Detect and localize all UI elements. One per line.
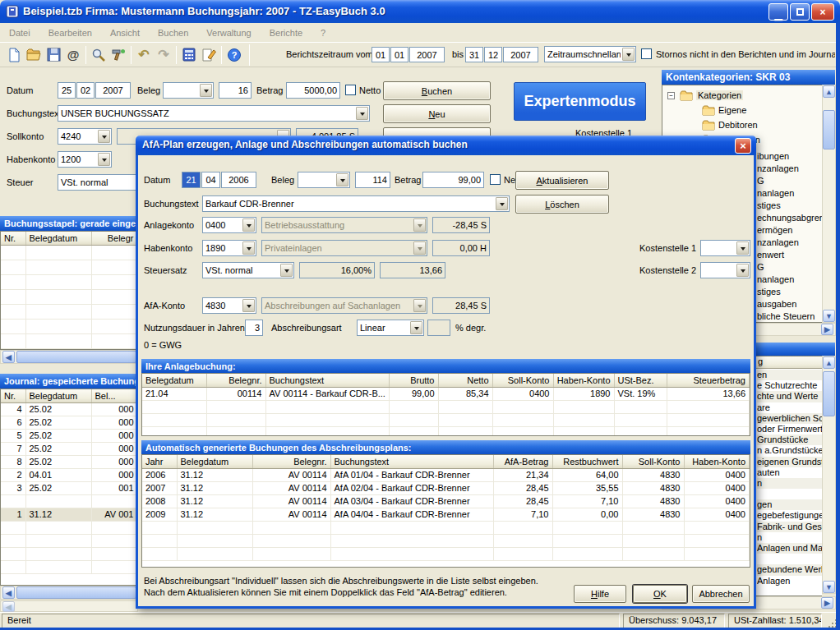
journal-table[interactable]: Nr. Belegdatum Bel... 425.02000625.02000… [1, 389, 138, 574]
table-row[interactable]: 825.02000 [1, 455, 137, 468]
table-row[interactable]: 725.02000 [1, 442, 137, 455]
panel2-vscrollbar[interactable]: ▲ ▼ [822, 356, 836, 594]
abschreibungsart-select[interactable]: Linear [357, 320, 424, 336]
col-brutto[interactable]: Brutto [389, 374, 438, 387]
buchungstext-select[interactable]: UNSER BUCHUNGSSATZ [58, 105, 370, 122]
chevron-down-icon[interactable] [242, 218, 255, 232]
col-steuerbetrag[interactable]: Steuerbetrag [667, 374, 750, 387]
chevron-down-icon[interactable] [410, 321, 422, 334]
chevron-down-icon[interactable] [622, 48, 635, 61]
chevron-down-icon[interactable] [98, 130, 110, 143]
table-row[interactable]: 200731.12AV 00114AfA 02/04 - Barkauf CDR… [142, 481, 750, 494]
chevron-down-icon[interactable] [736, 264, 749, 277]
chevron-down-icon[interactable] [242, 241, 255, 255]
scroll-down-arrow[interactable]: ▼ [823, 581, 835, 593]
col-netto[interactable]: Netto [438, 374, 492, 387]
table-row[interactable]: 625.02000 [1, 416, 137, 429]
aktualisieren-button[interactable]: Aktualisieren [515, 171, 609, 190]
scroll-right-arrow[interactable]: ▶ [821, 597, 833, 609]
scroll-up-arrow[interactable]: ▲ [823, 85, 835, 98]
quick-period-select[interactable]: Zeitraumschnellanwahl [544, 46, 636, 62]
col-belegdatum[interactable]: Belegdatum [25, 389, 91, 402]
open-file-icon[interactable] [24, 45, 44, 65]
nutzungsdauer-field[interactable]: 3 [245, 320, 263, 336]
hilfe-button[interactable]: Hilfe [574, 585, 626, 603]
chevron-down-icon[interactable] [280, 264, 293, 277]
beleg-select[interactable] [163, 82, 214, 99]
table-row[interactable]: 525.02000 [1, 429, 137, 442]
col-beleg[interactable]: Bel... [91, 389, 137, 402]
dialog-title-bar[interactable]: AfA-Plan erzeugen, Anlage und Abschreibu… [136, 136, 756, 155]
sollkonto-select[interactable]: 4240 [58, 128, 112, 145]
col-belegnr[interactable]: Belegnr. [252, 455, 330, 468]
calculator-icon[interactable] [179, 45, 199, 65]
expertenmodus-button[interactable]: Expertenmodus [514, 82, 646, 121]
save-icon[interactable] [44, 45, 63, 65]
chevron-down-icon[interactable] [356, 107, 368, 120]
scroll-right-arrow[interactable]: ▶ [821, 324, 833, 335]
scroll-thumb[interactable] [823, 371, 835, 416]
table-row[interactable]: 200631.12AV 00114AfA 01/04 - Barkauf CDR… [142, 468, 750, 481]
dlg-buchungstext-select[interactable]: Barkauf CDR-Brenner [202, 195, 510, 212]
neu-button[interactable]: Neu [383, 104, 491, 123]
anlagekonto-select[interactable]: 0400 [202, 217, 256, 233]
steuersatz-select[interactable]: VSt. normal [202, 262, 294, 278]
tree-item-kategorien[interactable]: − Kategorien [667, 89, 743, 102]
chevron-down-icon[interactable] [242, 299, 255, 312]
journal-hscrollbar[interactable]: ◀ [0, 586, 138, 600]
dlg-netto-checkbox[interactable] [490, 174, 501, 185]
menu-bearbeiten[interactable]: Bearbeiten [39, 25, 101, 41]
stapel-hscrollbar[interactable]: ◀ [0, 350, 138, 364]
period-to-day[interactable]: 31 [465, 47, 483, 62]
col-buchungstext[interactable]: Buchungstext [330, 455, 493, 468]
col-buchungstext[interactable]: Buchungstext [265, 374, 389, 387]
dlg-habenkonto-select[interactable]: 1890 [202, 240, 256, 256]
stornos-checkbox[interactable] [641, 48, 652, 59]
menu-datei[interactable]: Datei [0, 25, 39, 41]
kostenstelle2-select[interactable] [700, 262, 750, 278]
scroll-left-arrow[interactable]: ◀ [2, 351, 15, 363]
col-belegdatum[interactable]: Belegdatum [177, 455, 252, 468]
undo-icon[interactable]: ↶ [134, 45, 154, 65]
dlg-datum-month[interactable]: 04 [201, 172, 220, 188]
chevron-down-icon[interactable] [200, 84, 212, 97]
table-row[interactable]: 200931.12AV 00114AfA 04/04 - Barkauf CDR… [142, 508, 750, 521]
konten-vscrollbar[interactable]: ▲ ▼ [822, 85, 836, 323]
chevron-down-icon[interactable] [336, 173, 348, 186]
table-row[interactable]: 204.01000 [1, 468, 137, 481]
col-ust-bez[interactable]: USt-Bez. [614, 374, 667, 387]
table-row[interactable]: 325.02001 [1, 481, 137, 494]
scroll-left-arrow[interactable]: ◀ [2, 586, 15, 599]
table-row[interactable]: 21.0400114AV 00114 - Barkauf CDR-B...99,… [142, 387, 750, 400]
steuer-field[interactable]: VSt. normal [58, 174, 148, 191]
datum-month[interactable]: 02 [76, 82, 95, 99]
datum-year[interactable]: 2007 [95, 82, 131, 99]
period-to-month[interactable]: 12 [484, 47, 502, 62]
menu-ansicht[interactable]: Ansicht [101, 25, 149, 41]
menu-buchen[interactable]: Buchen [149, 25, 197, 41]
scroll-thumb[interactable] [16, 351, 136, 363]
chevron-down-icon[interactable] [736, 241, 749, 255]
scroll-up-arrow[interactable]: ▲ [823, 356, 835, 369]
col-habenkonto[interactable]: Haben-Konto [553, 374, 614, 387]
col-belegnr[interactable]: Belegr [91, 232, 137, 245]
anlagebuchung-table[interactable]: Belegdatum Belegnr. Buchungstext Brutto … [142, 374, 750, 436]
ok-button[interactable]: OK [633, 585, 687, 603]
dlg-datum-day[interactable]: 21 [182, 172, 201, 188]
period-from-day[interactable]: 01 [372, 47, 390, 62]
col-habenkonto[interactable]: Haben-Konto [684, 455, 750, 468]
col-belegnr[interactable]: Belegnr. [206, 374, 265, 387]
afaplan-table[interactable]: Jahr Belegdatum Belegnr. Buchungstext Af… [142, 455, 750, 561]
col-nr[interactable]: Nr. [1, 389, 25, 402]
minimize-button[interactable]: ▁ [768, 3, 788, 21]
loeschen-button[interactable]: Löschen [515, 195, 609, 214]
habenkonto-select[interactable]: 1200 [58, 151, 112, 168]
menu-hilfe[interactable]: ? [312, 25, 335, 41]
journal-hscrollbar-2[interactable]: ◀ [0, 600, 138, 612]
table-row[interactable]: 425.02000 [1, 402, 137, 416]
dlg-datum-year[interactable]: 2006 [221, 172, 256, 188]
stapel-table[interactable]: Nr. Belegdatum Belegr [1, 232, 138, 349]
new-document-icon[interactable] [4, 45, 24, 65]
netto-checkbox[interactable] [345, 85, 356, 95]
scroll-thumb[interactable] [823, 110, 835, 149]
